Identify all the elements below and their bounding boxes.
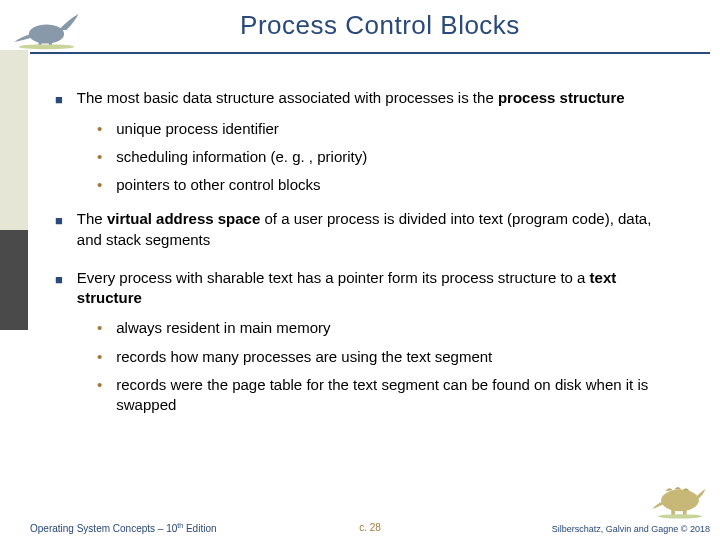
bullet-item: ■ The virtual address space of a user pr… — [55, 209, 675, 250]
bullet-text: The virtual address space of a user proc… — [77, 209, 675, 250]
bullet-item: ■ The most basic data structure associat… — [55, 88, 675, 109]
text-bold: process structure — [498, 89, 625, 106]
svg-rect-5 — [671, 508, 675, 515]
svg-point-4 — [661, 489, 699, 511]
sub-bullet-text: records how many processes are using the… — [116, 347, 492, 367]
bullet-item: ■ Every process with sharable text has a… — [55, 268, 675, 309]
dot-bullet-icon: • — [97, 147, 102, 167]
footer-left: Operating System Concepts – 10th Edition — [30, 522, 217, 534]
footer-center: c. 28 — [359, 522, 381, 533]
slide-title: Process Control Blocks — [100, 10, 660, 41]
text-run: Edition — [183, 523, 216, 534]
title-underline — [30, 52, 710, 54]
sub-bullet-text: records were the page table for the text… — [116, 375, 675, 416]
sub-bullet-text: always resident in main memory — [116, 318, 330, 338]
text-run: Operating System Concepts – 10 — [30, 523, 177, 534]
square-bullet-icon: ■ — [55, 271, 63, 309]
bullet-text: The most basic data structure associated… — [77, 88, 625, 109]
svg-point-3 — [19, 44, 75, 49]
slide-content: ■ The most basic data structure associat… — [55, 88, 675, 429]
sub-bullet-item: • scheduling information (e. g. , priori… — [97, 147, 675, 167]
dot-bullet-icon: • — [97, 347, 102, 367]
slide-footer: Operating System Concepts – 10th Edition… — [30, 522, 710, 534]
square-bullet-icon: ■ — [55, 212, 63, 250]
sub-bullet-text: scheduling information (e. g. , priority… — [116, 147, 367, 167]
text-run: The most basic data structure associated… — [77, 89, 498, 106]
sub-list: • always resident in main memory • recor… — [97, 318, 675, 415]
svg-point-7 — [658, 514, 702, 518]
sub-bullet-item: • pointers to other control blocks — [97, 175, 675, 195]
dinosaur-top-logo — [8, 2, 93, 50]
left-decorative-stripe — [0, 0, 28, 540]
square-bullet-icon: ■ — [55, 91, 63, 109]
svg-rect-6 — [683, 508, 687, 515]
dot-bullet-icon: • — [97, 318, 102, 338]
sub-bullet-item: • records were the page table for the te… — [97, 375, 675, 416]
dot-bullet-icon: • — [97, 375, 102, 416]
dot-bullet-icon: • — [97, 119, 102, 139]
sub-bullet-text: pointers to other control blocks — [116, 175, 320, 195]
slide-title-area: Process Control Blocks — [100, 10, 660, 41]
dinosaur-bottom-logo — [650, 480, 710, 520]
sub-list: • unique process identifier • scheduling… — [97, 119, 675, 196]
dot-bullet-icon: • — [97, 175, 102, 195]
sub-bullet-text: unique process identifier — [116, 119, 279, 139]
sub-bullet-item: • records how many processes are using t… — [97, 347, 675, 367]
sub-bullet-item: • always resident in main memory — [97, 318, 675, 338]
text-bold: virtual address space — [107, 210, 260, 227]
text-run: Every process with sharable text has a p… — [77, 269, 590, 286]
svg-point-0 — [29, 24, 64, 43]
footer-right: Silberschatz, Galvin and Gagne © 2018 — [552, 524, 710, 534]
bullet-text: Every process with sharable text has a p… — [77, 268, 675, 309]
text-run: The — [77, 210, 107, 227]
sub-bullet-item: • unique process identifier — [97, 119, 675, 139]
